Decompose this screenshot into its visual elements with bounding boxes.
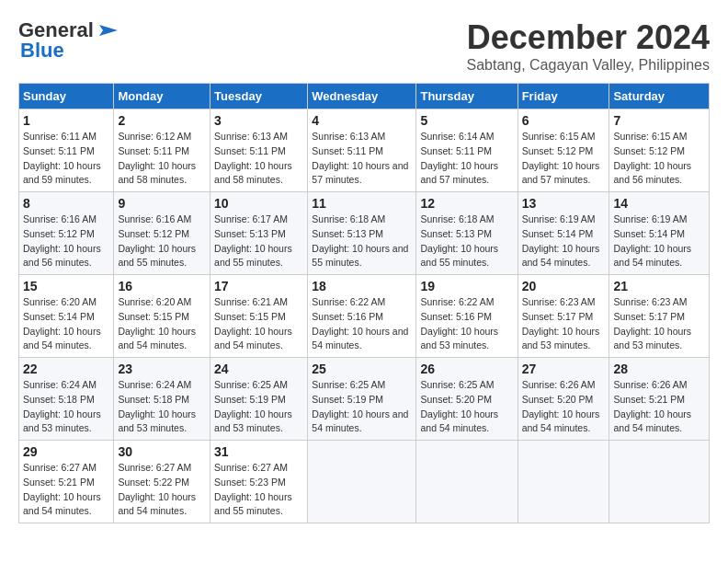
day-info: Sunrise: 6:23 AMSunset: 5:17 PMDaylight:… <box>522 295 606 353</box>
calendar-cell: 23Sunrise: 6:24 AMSunset: 5:18 PMDayligh… <box>114 358 210 441</box>
day-number: 12 <box>420 196 513 211</box>
calendar-cell: 1Sunrise: 6:11 AMSunset: 5:11 PMDaylight… <box>19 109 114 192</box>
calendar-cell: 18Sunrise: 6:22 AMSunset: 5:16 PMDayligh… <box>308 275 416 358</box>
day-number: 7 <box>613 113 705 128</box>
day-info: Sunrise: 6:19 AMSunset: 5:14 PMDaylight:… <box>522 213 606 270</box>
calendar-cell: 17Sunrise: 6:21 AMSunset: 5:15 PMDayligh… <box>210 275 308 358</box>
calendar-week-2: 8Sunrise: 6:16 AMSunset: 5:12 PMDaylight… <box>19 192 710 275</box>
weekday-header-saturday: Saturday <box>609 84 710 109</box>
calendar-cell: 4Sunrise: 6:13 AMSunset: 5:11 PMDaylight… <box>308 109 416 192</box>
day-number: 22 <box>23 362 109 376</box>
day-info: Sunrise: 6:15 AMSunset: 5:12 PMDaylight:… <box>522 130 606 188</box>
weekday-header-tuesday: Tuesday <box>210 84 308 109</box>
calendar-cell <box>518 441 609 523</box>
day-info: Sunrise: 6:25 AMSunset: 5:19 PMDaylight:… <box>214 378 303 436</box>
calendar-cell: 19Sunrise: 6:22 AMSunset: 5:16 PMDayligh… <box>416 275 518 358</box>
calendar-cell: 10Sunrise: 6:17 AMSunset: 5:13 PMDayligh… <box>210 192 308 275</box>
day-number: 23 <box>118 362 206 376</box>
calendar-cell <box>609 441 710 523</box>
calendar-cell <box>308 441 416 523</box>
day-number: 6 <box>522 113 606 128</box>
day-info: Sunrise: 6:21 AMSunset: 5:15 PMDaylight:… <box>214 295 303 353</box>
day-info: Sunrise: 6:16 AMSunset: 5:12 PMDaylight:… <box>118 213 206 270</box>
calendar-cell: 9Sunrise: 6:16 AMSunset: 5:12 PMDaylight… <box>114 192 210 275</box>
day-info: Sunrise: 6:15 AMSunset: 5:12 PMDaylight:… <box>613 130 705 188</box>
day-number: 27 <box>522 362 606 376</box>
day-number: 2 <box>118 113 206 128</box>
day-number: 10 <box>214 196 303 211</box>
day-number: 3 <box>214 113 303 128</box>
day-number: 18 <box>312 279 412 293</box>
day-info: Sunrise: 6:24 AMSunset: 5:18 PMDaylight:… <box>23 378 109 436</box>
day-info: Sunrise: 6:26 AMSunset: 5:21 PMDaylight:… <box>613 378 705 436</box>
day-info: Sunrise: 6:18 AMSunset: 5:13 PMDaylight:… <box>312 213 412 270</box>
day-info: Sunrise: 6:26 AMSunset: 5:20 PMDaylight:… <box>522 378 606 436</box>
calendar-table: SundayMondayTuesdayWednesdayThursdayFrid… <box>18 83 710 523</box>
day-info: Sunrise: 6:24 AMSunset: 5:18 PMDaylight:… <box>118 378 206 436</box>
day-info: Sunrise: 6:27 AMSunset: 5:23 PMDaylight:… <box>214 461 303 519</box>
day-number: 24 <box>214 362 303 376</box>
day-number: 4 <box>312 113 412 128</box>
weekday-header-monday: Monday <box>114 84 210 109</box>
logo: General Blue <box>18 18 121 63</box>
calendar-cell: 28Sunrise: 6:26 AMSunset: 5:21 PMDayligh… <box>609 358 710 441</box>
day-number: 31 <box>214 444 303 459</box>
calendar-cell: 3Sunrise: 6:13 AMSunset: 5:11 PMDaylight… <box>210 109 308 192</box>
day-info: Sunrise: 6:18 AMSunset: 5:13 PMDaylight:… <box>420 213 513 270</box>
calendar-week-5: 29Sunrise: 6:27 AMSunset: 5:21 PMDayligh… <box>19 441 710 523</box>
day-number: 25 <box>312 362 412 376</box>
day-info: Sunrise: 6:20 AMSunset: 5:15 PMDaylight:… <box>118 295 206 353</box>
calendar-cell: 26Sunrise: 6:25 AMSunset: 5:20 PMDayligh… <box>416 358 518 441</box>
day-info: Sunrise: 6:14 AMSunset: 5:11 PMDaylight:… <box>420 130 513 188</box>
day-info: Sunrise: 6:22 AMSunset: 5:16 PMDaylight:… <box>312 295 412 353</box>
day-number: 16 <box>118 279 206 293</box>
calendar-cell: 22Sunrise: 6:24 AMSunset: 5:18 PMDayligh… <box>19 358 114 441</box>
calendar-cell <box>416 441 518 523</box>
weekday-header-friday: Friday <box>518 84 609 109</box>
title-area: December 2024 Sabtang, Cagayan Valley, P… <box>467 18 710 74</box>
day-info: Sunrise: 6:27 AMSunset: 5:21 PMDaylight:… <box>23 461 109 519</box>
day-number: 13 <box>522 196 606 211</box>
day-number: 9 <box>118 196 206 211</box>
day-info: Sunrise: 6:23 AMSunset: 5:17 PMDaylight:… <box>613 295 705 353</box>
calendar-week-4: 22Sunrise: 6:24 AMSunset: 5:18 PMDayligh… <box>19 358 710 441</box>
calendar-cell: 30Sunrise: 6:27 AMSunset: 5:22 PMDayligh… <box>114 441 210 523</box>
calendar-week-3: 15Sunrise: 6:20 AMSunset: 5:14 PMDayligh… <box>19 275 710 358</box>
month-title: December 2024 <box>467 18 710 57</box>
day-number: 15 <box>23 279 109 293</box>
weekday-header-wednesday: Wednesday <box>308 84 416 109</box>
calendar-cell: 11Sunrise: 6:18 AMSunset: 5:13 PMDayligh… <box>308 192 416 275</box>
day-info: Sunrise: 6:11 AMSunset: 5:11 PMDaylight:… <box>23 130 109 188</box>
day-number: 28 <box>613 362 705 376</box>
calendar-cell: 29Sunrise: 6:27 AMSunset: 5:21 PMDayligh… <box>19 441 114 523</box>
location-title: Sabtang, Cagayan Valley, Philippines <box>467 57 710 74</box>
weekday-header-sunday: Sunday <box>19 84 114 109</box>
day-info: Sunrise: 6:16 AMSunset: 5:12 PMDaylight:… <box>23 213 109 270</box>
logo-arrow-icon <box>96 21 121 40</box>
day-number: 26 <box>420 362 513 376</box>
calendar-cell: 12Sunrise: 6:18 AMSunset: 5:13 PMDayligh… <box>416 192 518 275</box>
calendar-cell: 25Sunrise: 6:25 AMSunset: 5:19 PMDayligh… <box>308 358 416 441</box>
calendar-cell: 7Sunrise: 6:15 AMSunset: 5:12 PMDaylight… <box>609 109 710 192</box>
day-info: Sunrise: 6:13 AMSunset: 5:11 PMDaylight:… <box>214 130 303 188</box>
day-number: 17 <box>214 279 303 293</box>
page-header: General Blue December 2024 Sabtang, Caga… <box>18 18 710 74</box>
calendar-cell: 5Sunrise: 6:14 AMSunset: 5:11 PMDaylight… <box>416 109 518 192</box>
calendar-cell: 6Sunrise: 6:15 AMSunset: 5:12 PMDaylight… <box>518 109 609 192</box>
day-number: 8 <box>23 196 109 211</box>
day-number: 1 <box>23 113 109 128</box>
day-number: 19 <box>420 279 513 293</box>
day-info: Sunrise: 6:25 AMSunset: 5:20 PMDaylight:… <box>420 378 513 436</box>
day-info: Sunrise: 6:17 AMSunset: 5:13 PMDaylight:… <box>214 213 303 270</box>
calendar-body: 1Sunrise: 6:11 AMSunset: 5:11 PMDaylight… <box>19 109 710 523</box>
calendar-cell: 13Sunrise: 6:19 AMSunset: 5:14 PMDayligh… <box>518 192 609 275</box>
calendar-cell: 24Sunrise: 6:25 AMSunset: 5:19 PMDayligh… <box>210 358 308 441</box>
day-info: Sunrise: 6:22 AMSunset: 5:16 PMDaylight:… <box>420 295 513 353</box>
calendar-cell: 16Sunrise: 6:20 AMSunset: 5:15 PMDayligh… <box>114 275 210 358</box>
day-number: 30 <box>118 444 206 459</box>
calendar-cell: 31Sunrise: 6:27 AMSunset: 5:23 PMDayligh… <box>210 441 308 523</box>
day-info: Sunrise: 6:20 AMSunset: 5:14 PMDaylight:… <box>23 295 109 353</box>
svg-marker-0 <box>99 25 118 36</box>
day-info: Sunrise: 6:27 AMSunset: 5:22 PMDaylight:… <box>118 461 206 519</box>
calendar-cell: 14Sunrise: 6:19 AMSunset: 5:14 PMDayligh… <box>609 192 710 275</box>
